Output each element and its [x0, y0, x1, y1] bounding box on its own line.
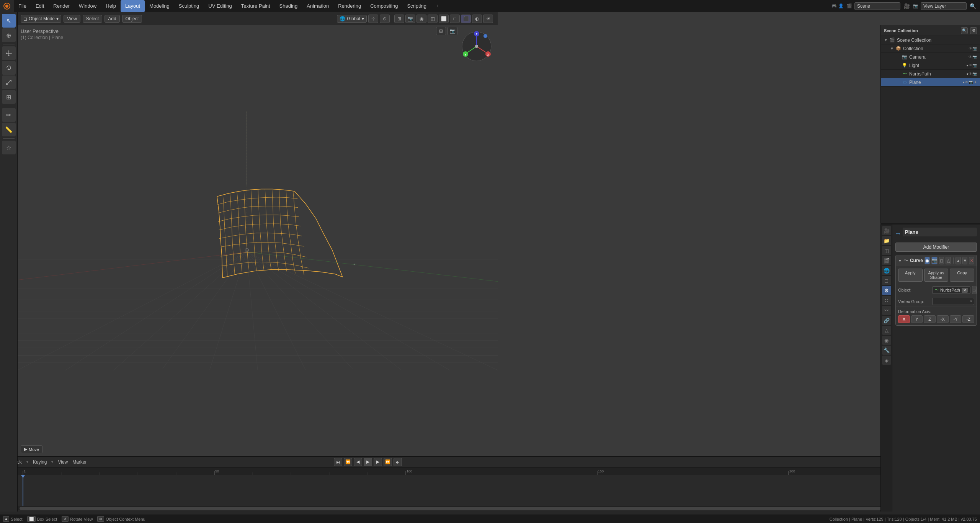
light-render[interactable]: 📷: [972, 63, 977, 67]
viewport-grid-toggle[interactable]: ⊞: [394, 15, 404, 23]
prop-tab-particles[interactable]: ∷: [882, 296, 891, 305]
modifier-cage-btn[interactable]: △: [946, 257, 951, 264]
axis-btn-y[interactable]: Y: [911, 315, 923, 323]
prop-tab-render[interactable]: 🎥: [882, 226, 891, 235]
tool-cursor[interactable]: ⊕: [2, 28, 16, 42]
camera-render[interactable]: 📷: [972, 55, 977, 59]
nav-gizmo[interactable]: Z X Y: [459, 29, 494, 64]
next-frame-btn[interactable]: ▶: [374, 458, 382, 466]
workspace-tab-uv[interactable]: UV Editing: [204, 0, 236, 12]
prop-tab-object[interactable]: ◻: [882, 276, 891, 285]
viewport-xray-toggle[interactable]: ⬜: [439, 15, 449, 23]
prev-frame-btn[interactable]: ◀: [354, 458, 362, 466]
mode-dropdown[interactable]: ◻ Object Mode ▾: [21, 15, 61, 23]
nurbs-vis[interactable]: 👁: [969, 72, 972, 76]
apply-as-shape-button[interactable]: Apply as Shape: [924, 269, 949, 282]
workspace-tab-animation[interactable]: Animation: [302, 0, 333, 12]
menu-help[interactable]: Help: [101, 0, 121, 12]
collection-render-icon[interactable]: 📷: [972, 46, 977, 51]
scene-input[interactable]: [854, 2, 900, 10]
modifier-close-btn[interactable]: ✕: [969, 257, 974, 264]
render-icon[interactable]: 🎥: [903, 3, 910, 9]
tool-measure[interactable]: 📏: [2, 123, 16, 136]
axis-btn-neg-y[interactable]: -Y: [950, 315, 962, 323]
outliner-item-collection[interactable]: ▼ 📦 Collection 👁 📷: [881, 44, 980, 53]
outliner-item-light[interactable]: 💡 Light ● 👁 📷: [881, 61, 980, 70]
viewport-select-menu[interactable]: Select: [83, 15, 102, 23]
modifier-down-btn[interactable]: ▼: [962, 257, 968, 264]
prop-tab-world[interactable]: 🌐: [882, 266, 891, 275]
timeline-content[interactable]: 1 50 100 150 200 250: [0, 467, 980, 511]
outliner-item-plane[interactable]: ▭ Plane ● 👁 📷 ✦: [881, 78, 980, 87]
tool-move[interactable]: [2, 46, 16, 60]
shading-wireframe[interactable]: □: [450, 15, 460, 23]
viewport-overlay-toggle[interactable]: ◫: [428, 15, 438, 23]
camera-vis[interactable]: 👁: [969, 55, 972, 59]
modifier-name[interactable]: Curve: [910, 258, 923, 263]
modifier-expand-icon[interactable]: ▼: [898, 259, 902, 263]
menu-window[interactable]: Window: [74, 0, 101, 12]
timeline-keying-menu[interactable]: Keying: [33, 459, 47, 465]
prop-tab-material[interactable]: ◉: [882, 336, 891, 345]
timeline-scrollbar[interactable]: [0, 506, 980, 510]
menu-edit[interactable]: Edit: [31, 0, 49, 12]
viewport-add-menu[interactable]: Add: [105, 15, 119, 23]
plane-render[interactable]: 📷: [969, 80, 973, 84]
axis-btn-z[interactable]: Z: [924, 315, 936, 323]
modifier-realtime-btn[interactable]: ◉: [924, 257, 930, 264]
modifier-up-btn[interactable]: ▲: [956, 257, 961, 264]
timeline-view-menu[interactable]: View: [58, 459, 68, 465]
prop-tab-view-layer[interactable]: ◫: [882, 246, 891, 255]
timeline-marker-menu[interactable]: Marker: [72, 459, 87, 465]
nurbs-render[interactable]: 📷: [972, 72, 977, 76]
workspace-tab-shading[interactable]: Shading: [275, 0, 302, 12]
prop-tab-output[interactable]: 📁: [882, 236, 891, 245]
tool-scale[interactable]: [2, 75, 16, 89]
transform-orientation[interactable]: 🌐 Global ▾: [337, 15, 367, 23]
jump-end-btn[interactable]: ⏭: [394, 458, 402, 466]
prop-tab-scene[interactable]: 🎬: [882, 256, 891, 265]
shading-solid[interactable]: ⬛: [461, 15, 471, 23]
viewport-object-menu[interactable]: Object: [122, 15, 142, 23]
panel-divider[interactable]: [880, 223, 980, 225]
tool-transform[interactable]: ⊞: [2, 90, 16, 104]
jump-start-btn[interactable]: ⏮: [334, 458, 342, 466]
prop-tab-physics[interactable]: 〰: [882, 306, 891, 315]
tool-annotate[interactable]: ✏: [2, 108, 16, 122]
object-field-clear[interactable]: ✕: [962, 288, 968, 293]
search-icon[interactable]: 🔍: [970, 3, 976, 9]
timeline-scrollbar-thumb[interactable]: [20, 507, 902, 510]
outliner-filter-btn[interactable]: 🔍: [961, 27, 968, 34]
main-viewport[interactable]: User Perspective (1) Collection | Plane …: [18, 25, 498, 456]
timeline-frame-area[interactable]: [0, 475, 980, 506]
workspace-tab-scripting[interactable]: Scripting: [402, 0, 431, 12]
collection-vis-icon[interactable]: 👁: [969, 46, 972, 51]
snap-toggle[interactable]: ⊹: [368, 15, 378, 23]
shading-material[interactable]: ◐: [472, 15, 482, 23]
tool-rotate[interactable]: [2, 61, 16, 75]
menu-render[interactable]: Render: [49, 0, 74, 12]
workspace-tab-texture[interactable]: Texture Paint: [237, 0, 275, 12]
prop-tab-extra1[interactable]: 🔧: [882, 346, 891, 355]
axis-btn-neg-x[interactable]: -X: [937, 315, 949, 323]
modifier-render-btn[interactable]: 📷: [931, 257, 938, 264]
menu-file[interactable]: File: [14, 0, 31, 12]
add-modifier-button[interactable]: Add Modifier: [895, 243, 977, 252]
viewport-render-preview[interactable]: ◉: [416, 15, 426, 23]
light-vis[interactable]: 👁: [969, 63, 972, 67]
outliner-item-scene-collection[interactable]: ▼ 🎬 Scene Collection: [881, 36, 980, 44]
object-field-mesh-btn[interactable]: ▭: [972, 286, 977, 294]
tool-select[interactable]: ↖: [2, 14, 16, 28]
modifier-edit-btn[interactable]: ◻: [939, 257, 944, 264]
workspace-tab-modeling[interactable]: Modeling: [145, 0, 174, 12]
prop-tab-data[interactable]: △: [882, 326, 891, 335]
tool-add[interactable]: ☆: [2, 141, 16, 154]
workspace-tab-rendering[interactable]: Rendering: [333, 0, 366, 12]
prop-tab-constraints[interactable]: 🔗: [882, 316, 891, 325]
view-layer-input[interactable]: [921, 2, 967, 10]
apply-button[interactable]: Apply: [898, 269, 923, 282]
prop-tab-extra2[interactable]: ◈: [882, 356, 891, 365]
plane-vis[interactable]: 👁: [965, 80, 969, 84]
workspace-tab-compositing[interactable]: Compositing: [366, 0, 402, 12]
workspace-tab-sculpting[interactable]: Sculpting: [174, 0, 204, 12]
